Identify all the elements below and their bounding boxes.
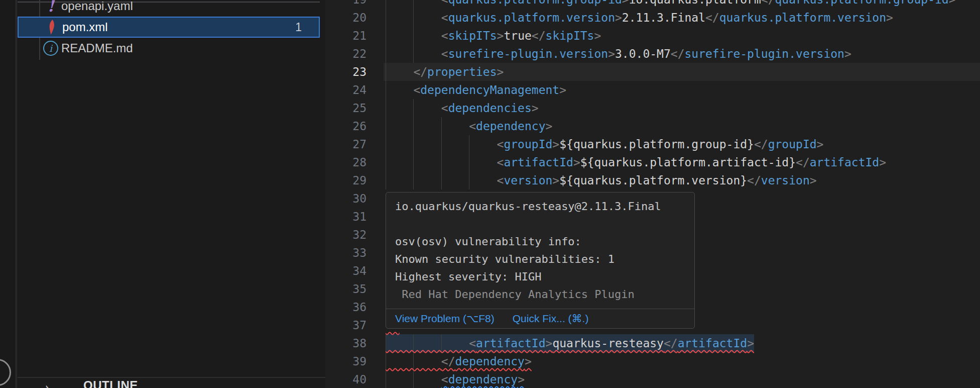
line-number[interactable]: 23 xyxy=(325,63,366,81)
line-number[interactable]: 24 xyxy=(325,81,366,99)
view-problem-link[interactable]: View Problem (⌥F8) xyxy=(395,313,495,325)
maven-flame-icon xyxy=(44,19,59,36)
line-number[interactable]: 20 xyxy=(325,9,366,27)
file-name: openapi.yaml xyxy=(61,0,133,13)
line-number[interactable]: 34 xyxy=(325,262,366,280)
line-number[interactable]: 31 xyxy=(325,208,366,226)
activity-bar xyxy=(0,0,17,388)
tooltip-body: io.quarkus/quarkus-resteasy@2.11.3.Final… xyxy=(386,192,694,309)
code-line-24[interactable]: 24 <dependencyManagement> xyxy=(325,81,980,99)
code-text: <dependencyManagement> xyxy=(386,81,566,99)
code-line-29[interactable]: 29 <version>${quarkus.platform.version}<… xyxy=(325,171,980,189)
line-number[interactable]: 28 xyxy=(325,153,366,171)
line-number[interactable]: 39 xyxy=(325,352,366,370)
line-number[interactable]: 19 xyxy=(325,0,366,9)
tooltip-dependency-coordinates: io.quarkus/quarkus-resteasy@2.11.3.Final xyxy=(395,198,685,215)
code-text: <quarkus.platform.group-id>io.quarkus.pl… xyxy=(386,0,956,9)
outline-section-header[interactable]: › OUTLINE xyxy=(18,378,325,388)
code-line-38[interactable]: 38 <artifactId>quarkus-resteasy</artifac… xyxy=(325,334,980,352)
code-text: <surefire-plugin.version>3.0.0-M7</suref… xyxy=(386,45,851,63)
code-line-28[interactable]: 28 <artifactId>${quarkus.platform.artifa… xyxy=(325,153,980,171)
info-squiggle: <dependency> xyxy=(441,373,525,386)
line-number[interactable]: 26 xyxy=(325,117,366,135)
code-line-39[interactable]: 39 </dependency> xyxy=(325,352,980,370)
line-number[interactable]: 33 xyxy=(325,244,366,262)
problem-count-badge: 1 xyxy=(295,21,302,34)
code-text: </dependency> xyxy=(386,352,532,370)
code-text: <dependency> xyxy=(386,370,525,388)
code-text: <dependency> xyxy=(386,117,552,135)
file-row-README.md[interactable]: iREADME.md xyxy=(18,38,320,59)
code-line-19[interactable]: 19 <quarkus.platform.group-id>io.quarkus… xyxy=(325,0,980,9)
explorer-sidebar: !openapi.yamlpom.xml1iREADME.md › OUTLIN… xyxy=(18,0,325,388)
code-text: <groupId>${quarkus.platform.group-id}</g… xyxy=(386,135,823,153)
code-text: <artifactId>quarkus-resteasy</artifactId… xyxy=(386,334,754,352)
code-line-27[interactable]: 27 <groupId>${quarkus.platform.group-id}… xyxy=(325,135,980,153)
line-number[interactable]: 40 xyxy=(325,370,366,388)
code-line-20[interactable]: 20 <quarkus.platform.version>2.11.3.Fina… xyxy=(325,9,980,27)
hover-tooltip: io.quarkus/quarkus-resteasy@2.11.3.Final… xyxy=(386,192,695,329)
info-circle-icon: i xyxy=(43,40,58,57)
tooltip-text-line: Known security vulnerabilities: 1 xyxy=(395,250,685,268)
yaml-exclamation-icon: ! xyxy=(43,0,58,15)
code-line-25[interactable]: 25 <dependencies> xyxy=(325,99,980,117)
line-number[interactable]: 35 xyxy=(325,280,366,298)
error-squiggle: <artifactId>quarkus-resteasy</artifactId… xyxy=(386,337,754,350)
file-row-openapi.yaml[interactable]: !openapi.yaml xyxy=(18,0,320,17)
file-name: README.md xyxy=(61,41,133,55)
line-number[interactable]: 36 xyxy=(325,298,366,316)
error-squiggle: </dependency> xyxy=(386,355,532,368)
line-number[interactable]: 27 xyxy=(325,135,366,153)
activitybar-divider xyxy=(16,0,17,388)
code-line-23[interactable]: 23 </properties> xyxy=(325,63,980,81)
line-number[interactable]: 38 xyxy=(325,334,366,352)
line-number[interactable]: 30 xyxy=(325,189,366,208)
code-line-22[interactable]: 22 <surefire-plugin.version>3.0.0-M7</su… xyxy=(325,45,980,63)
line-number[interactable]: 37 xyxy=(325,316,366,334)
chevron-right-icon: › xyxy=(45,378,50,388)
code-text: <skipITs>true</skipITs> xyxy=(386,27,601,45)
code-line-21[interactable]: 21 <skipITs>true</skipITs> xyxy=(325,27,980,45)
code-text: </properties> xyxy=(386,63,504,81)
code-text: <dependencies> xyxy=(386,99,539,117)
file-name: pom.xml xyxy=(62,20,108,34)
outline-label: OUTLINE xyxy=(83,378,138,388)
tooltip-text-line: osv(osv) vulnerability info: xyxy=(395,233,685,250)
tooltip-source-plugin: Red Hat Dependency Analytics Plugin xyxy=(395,285,685,303)
quick-fix-link[interactable]: Quick Fix... (⌘.) xyxy=(513,313,589,325)
code-line-26[interactable]: 26 <dependency> xyxy=(325,117,980,135)
line-number[interactable]: 25 xyxy=(325,99,366,117)
code-text: <quarkus.platform.version>2.11.3.Final</… xyxy=(386,9,893,27)
vscode-window: !openapi.yamlpom.xml1iREADME.md › OUTLIN… xyxy=(0,0,980,388)
code-text: <version>${quarkus.platform.version}</ve… xyxy=(386,171,817,189)
line-number[interactable]: 22 xyxy=(325,45,366,63)
line-number[interactable]: 21 xyxy=(325,27,366,45)
line-number[interactable]: 29 xyxy=(325,171,366,189)
code-line-40[interactable]: 40 <dependency> xyxy=(325,370,980,388)
account-icon[interactable] xyxy=(0,359,11,386)
code-text: <artifactId>${quarkus.platform.artifact-… xyxy=(386,153,886,171)
tooltip-text-line xyxy=(395,215,685,233)
tooltip-action-bar: View Problem (⌥F8)Quick Fix... (⌘.) xyxy=(386,309,694,328)
line-number[interactable]: 32 xyxy=(325,226,366,244)
tooltip-text-line: Highest severity: HIGH xyxy=(395,268,685,285)
file-row-pom.xml[interactable]: pom.xml1 xyxy=(18,17,320,38)
